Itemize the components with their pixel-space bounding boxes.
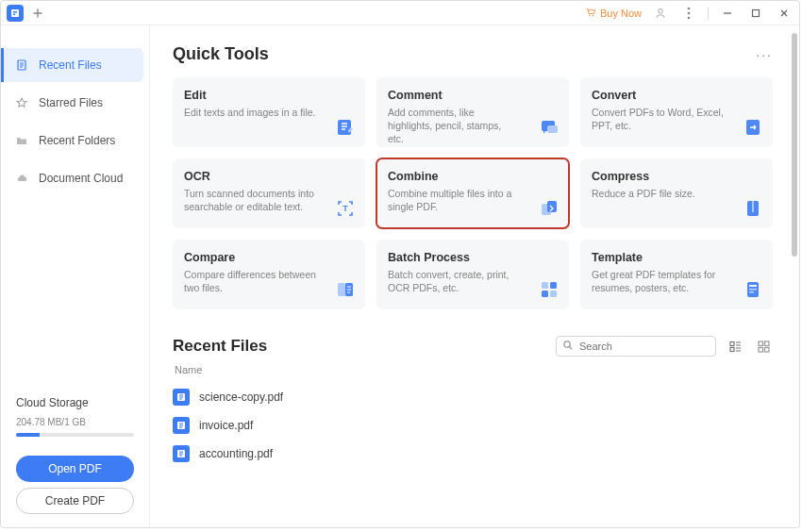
tool-card-title: Template [592,251,761,264]
svg-rect-27 [550,291,557,297]
tool-card-desc: Compare differences between two files. [184,268,316,294]
tool-card-desc: Convert PDFs to Word, Excel, PPT, etc. [592,106,724,132]
tool-card-batch-process[interactable]: Batch ProcessBatch convert, create, prin… [376,240,569,309]
sidebar-item-recent-folders[interactable]: Recent Folders [1,124,143,158]
svg-point-7 [688,7,691,9]
file-row[interactable]: accounting.pdf [173,440,773,468]
quick-tools-more-icon[interactable]: ··· [756,47,773,62]
file-row[interactable]: invoice.pdf [173,411,773,440]
svg-text:T: T [343,204,348,213]
grid-view-icon[interactable] [754,337,773,356]
account-icon[interactable] [651,4,670,23]
sidebar-item-label: Document Cloud [39,172,123,185]
doc-icon [14,58,29,73]
open-pdf-label: Open PDF [48,462,102,475]
svg-rect-22 [338,283,345,296]
tool-card-combine[interactable]: CombineCombine multiple files into a sin… [376,158,569,228]
overflow-menu-icon[interactable] [679,4,698,23]
cloud-storage-panel: Cloud Storage 204.78 MB/1 GB [1,396,149,446]
tool-card-compress[interactable]: CompressReduce a PDF file size. [580,158,773,228]
tool-card-title: Combine [388,170,558,183]
folder-icon [14,133,29,148]
compare-icon [335,279,356,300]
sidebar-item-starred-files[interactable]: Starred Files [1,86,143,120]
quick-tools-title: Quick Tools [173,44,269,64]
vertical-scrollbar[interactable] [792,33,797,520]
tool-card-template[interactable]: TemplateGet great PDF templates for resu… [580,240,773,309]
batch-icon [539,279,560,300]
create-pdf-label: Create PDF [45,494,105,507]
convert-icon [743,117,763,138]
tool-card-edit[interactable]: EditEdit texts and images in a file. [173,77,365,147]
recent-files-title: Recent Files [173,337,267,356]
sidebar-item-label: Recent Files [39,58,102,72]
template-icon [743,279,763,300]
svg-rect-29 [749,285,757,287]
file-name: accounting.pdf [199,447,273,460]
cart-icon [585,7,596,20]
svg-rect-10 [753,9,760,16]
tool-card-convert[interactable]: ConvertConvert PDFs to Word, Excel, PPT,… [580,77,773,147]
compress-icon [743,198,763,219]
svg-rect-37 [759,347,763,352]
search-box[interactable] [556,336,716,357]
column-header-name: Name [175,364,773,375]
tool-card-ocr[interactable]: OCRTurn scanned documents into searchabl… [173,158,365,228]
tool-card-title: Comment [388,89,558,102]
tool-card-compare[interactable]: CompareCompare differences between two f… [173,240,365,309]
sidebar-item-label: Starred Files [39,96,103,109]
open-pdf-button[interactable]: Open PDF [16,456,134,482]
tool-card-desc: Combine multiple files into a single PDF… [388,187,520,213]
tool-card-desc: Edit texts and images in a file. [184,106,316,119]
titlebar: Buy Now [1,1,799,25]
svg-rect-38 [764,347,769,352]
svg-point-8 [688,11,691,14]
svg-rect-30 [749,289,757,290]
svg-rect-18 [547,201,557,212]
file-row[interactable]: science-copy.pdf [173,383,773,411]
svg-rect-26 [542,291,548,297]
storage-progress [16,433,134,437]
main-scroll-area[interactable]: Quick Tools ··· EditEdit texts and image… [150,25,792,527]
scrollbar-thumb[interactable] [792,33,797,257]
svg-rect-3 [13,13,15,15]
tool-card-comment[interactable]: CommentAdd comments, like highlights, pe… [376,77,569,147]
create-pdf-button[interactable]: Create PDF [16,488,134,514]
svg-rect-14 [547,125,558,133]
edit-icon [335,117,356,138]
list-view-icon[interactable] [726,337,744,356]
svg-point-5 [593,14,594,16]
pdf-file-icon [173,417,190,434]
cloud-icon [14,171,29,186]
buy-now-link[interactable]: Buy Now [585,7,642,20]
sidebar-item-document-cloud[interactable]: Document Cloud [1,161,143,195]
storage-title: Cloud Storage [16,396,134,409]
minimize-button[interactable] [718,4,737,23]
tool-card-desc: Reduce a PDF file size. [592,187,724,200]
close-button[interactable] [775,4,794,23]
svg-rect-0 [11,9,19,17]
pdf-file-icon [173,389,190,406]
sidebar-item-recent-files[interactable]: Recent Files [1,48,143,82]
file-name: science-copy.pdf [199,391,283,404]
svg-rect-33 [730,341,734,345]
svg-rect-35 [759,341,763,346]
quick-tools-grid: EditEdit texts and images in a file.Comm… [173,77,773,309]
tool-card-desc: Turn scanned documents into searchable o… [184,187,316,213]
svg-rect-12 [338,120,351,135]
storage-usage-text: 204.78 MB/1 GB [16,417,134,427]
search-input[interactable] [579,341,710,352]
svg-rect-20 [752,201,754,210]
maximize-button[interactable] [746,4,765,23]
svg-point-9 [688,16,691,19]
app-logo [7,5,24,22]
ocr-icon: T [335,198,356,219]
svg-point-32 [564,341,570,346]
pdf-file-icon [173,445,190,462]
sidebar: Recent Files Starred Files Recent Folder… [1,25,150,527]
svg-rect-25 [550,282,557,289]
tool-card-title: OCR [184,170,354,183]
combine-icon [539,198,560,219]
separator [708,7,709,20]
new-tab-button[interactable] [27,3,48,24]
